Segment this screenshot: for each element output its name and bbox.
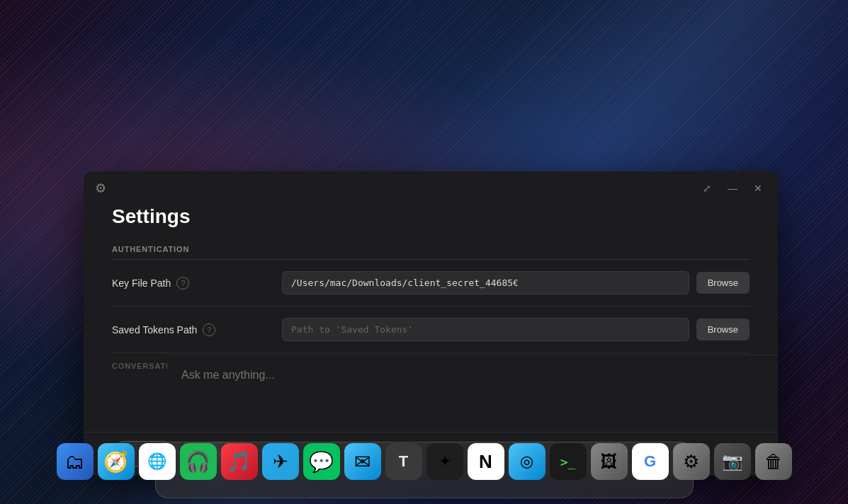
page-title: Settings: [112, 205, 750, 228]
dock-item-safari[interactable]: 🧭: [98, 443, 135, 480]
authentication-section-header: AUTHENTICATION: [112, 245, 750, 260]
dock-item-google[interactable]: G: [632, 443, 669, 480]
saved-tokens-path-label: Saved Tokens Path ?: [112, 323, 268, 336]
authentication-section-body: Key File Path ? Browse Saved Tokens Path…: [112, 260, 750, 353]
dock-item-notion[interactable]: N: [468, 443, 504, 480]
key-file-path-input-group: Browse: [282, 271, 750, 294]
saved-tokens-path-browse-button[interactable]: Browse: [696, 319, 750, 340]
dock-item-wechat[interactable]: 💬: [303, 443, 340, 480]
key-file-path-row: Key File Path ? Browse: [112, 260, 750, 307]
dock-item-music[interactable]: 🎵: [221, 443, 258, 480]
dock-item-trash[interactable]: 🗑: [755, 443, 792, 480]
saved-tokens-path-input-group: Browse: [282, 318, 750, 341]
dock-item-browser2[interactable]: ◎: [509, 443, 545, 480]
gear-icon: ⚙: [95, 181, 106, 196]
key-file-path-browse-button[interactable]: Browse: [696, 272, 750, 294]
dock-item-spotify[interactable]: 🎧: [180, 443, 217, 480]
dock-item-iphoto[interactable]: 📷: [714, 443, 751, 480]
search-bar: 🎙: [167, 355, 778, 394]
close-button[interactable]: ✕: [750, 180, 767, 197]
dock-item-finder[interactable]: 🗂: [57, 443, 94, 480]
saved-tokens-path-input[interactable]: [282, 318, 689, 341]
titlebar-left: ⚙: [95, 181, 106, 196]
key-file-path-label: Key File Path ?: [112, 277, 268, 290]
dock-item-telegram[interactable]: ✈: [262, 443, 299, 480]
settings-content: Settings AUTHENTICATION Key File Path ? …: [84, 205, 778, 432]
dock-item-terminal[interactable]: >_: [550, 443, 587, 480]
dock-item-figma[interactable]: ✦: [426, 443, 463, 480]
dock: 🗂 🧭 🌐 🎧 🎵 ✈ 💬 ✉ T ✦ N ◎ >_ 🖼 G ⚙ 📷 🗑: [0, 433, 848, 504]
key-file-path-input[interactable]: [282, 271, 689, 294]
dock-item-system-prefs[interactable]: ⚙: [673, 443, 710, 480]
dock-item-chrome[interactable]: 🌐: [139, 443, 176, 480]
key-file-path-help-icon[interactable]: ?: [176, 277, 189, 290]
search-input[interactable]: [181, 369, 778, 382]
titlebar-right: ⤢ — ✕: [699, 180, 767, 197]
saved-tokens-path-row: Saved Tokens Path ? Browse: [112, 307, 750, 353]
dock-item-typora[interactable]: T: [385, 443, 422, 480]
settings-window: ⚙ ⤢ — ✕ Settings AUTHENTICATION Key File…: [84, 171, 778, 476]
dock-item-mail[interactable]: ✉: [344, 443, 381, 480]
minimize-button[interactable]: —: [724, 180, 741, 197]
dock-item-photos[interactable]: 🖼: [591, 443, 628, 480]
saved-tokens-path-help-icon[interactable]: ?: [203, 323, 215, 336]
dock-items: 🗂 🧭 🌐 🎧 🎵 ✈ 💬 ✉ T ✦ N ◎ >_ 🖼 G ⚙ 📷 🗑: [50, 443, 799, 488]
titlebar: ⚙ ⤢ — ✕: [84, 171, 778, 205]
expand-button[interactable]: ⤢: [699, 180, 716, 197]
